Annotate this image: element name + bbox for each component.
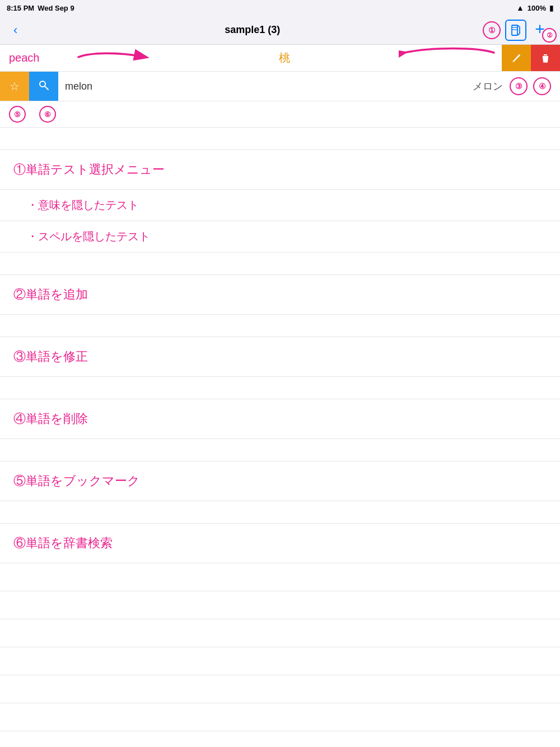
section-1-title: ①単語テスト選択メニュー [13, 162, 165, 176]
search-button[interactable] [29, 72, 58, 101]
spacer-3 [0, 315, 560, 337]
spacer-1 [0, 128, 560, 150]
content-area: ①単語テスト選択メニュー ・意味を隠したテスト ・スペルを隠したテスト ②単語を… [0, 128, 560, 731]
star-icon: ☆ [10, 80, 20, 93]
battery-icon: ▮ [549, 4, 553, 12]
sub-item-1-2[interactable]: ・スペルを隠したテスト [0, 221, 560, 253]
nav-bar: ‹ sample1 (3) ① + ② [0, 16, 560, 45]
section-6-title: ⑥単語を辞書検索 [13, 536, 113, 550]
section-4-title: ④単語を削除 [13, 412, 88, 426]
empty-6 [0, 703, 560, 731]
sub-item-1-2-text: ・スペルを隠したテスト [27, 230, 150, 242]
melon-word-row: ☆ melon メロン ③ ④ [0, 72, 560, 101]
book-button[interactable] [505, 20, 526, 41]
circle-4-badge: ④ [533, 77, 551, 95]
peach-word-row: peach 桃 [0, 45, 560, 72]
circle-6-badge: ⑥ [39, 106, 56, 123]
svg-rect-0 [512, 25, 517, 35]
status-bar: 8:15 PM Wed Sep 9 ▲ 100% ▮ [0, 0, 560, 16]
status-time: 8:15 PM [7, 4, 34, 12]
status-right: ▲ 100% ▮ [516, 3, 553, 12]
section-4-row[interactable]: ④単語を削除 [0, 399, 560, 439]
back-button[interactable]: ‹ [9, 23, 22, 38]
battery-percent: 100% [528, 4, 546, 12]
section-2-title: ②単語を追加 [13, 287, 88, 301]
status-date: Wed Sep 9 [38, 4, 74, 12]
empty-4 [0, 647, 560, 675]
sub-item-1-1[interactable]: ・意味を隠したテスト [0, 190, 560, 221]
circle-1-badge: ① [483, 21, 501, 39]
nav-right: ① + ② [483, 20, 551, 41]
spacer-4 [0, 377, 560, 399]
melon-japanese: メロン [466, 80, 510, 93]
section-2-row[interactable]: ②単語を追加 [0, 275, 560, 315]
empty-1 [0, 563, 560, 591]
section-1-row[interactable]: ①単語テスト選択メニュー [0, 150, 560, 190]
star-button[interactable]: ☆ [0, 72, 29, 101]
nav-title: sample1 (3) [225, 24, 280, 36]
melon-english: melon [58, 81, 466, 92]
empty-2 [0, 591, 560, 619]
circle-5-badge: ⑤ [9, 106, 26, 123]
section-6-row[interactable]: ⑥単語を辞書検索 [0, 524, 560, 563]
spacer-6 [0, 501, 560, 524]
circle-labels-row: ⑤ ⑥ [0, 101, 560, 128]
search-icon [38, 80, 49, 94]
section-3-row[interactable]: ③単語を修正 [0, 337, 560, 377]
edit-button[interactable] [502, 45, 531, 71]
peach-japanese: 桃 [76, 50, 493, 66]
wifi-icon: ▲ [516, 3, 524, 12]
status-left: 8:15 PM Wed Sep 9 [7, 4, 74, 12]
section-5-row[interactable]: ⑤単語をブックマーク [0, 461, 560, 501]
delete-button[interactable] [531, 45, 560, 71]
sub-item-1-1-text: ・意味を隠したテスト [27, 199, 139, 211]
circle-3-badge: ③ [510, 77, 528, 95]
circle-2-badge: ② [542, 28, 557, 43]
spacer-5 [0, 439, 560, 461]
peach-english: peach [9, 52, 76, 64]
row-circles: ③ ④ [510, 77, 560, 95]
section-5-title: ⑤単語をブックマーク [13, 474, 140, 488]
svg-line-12 [45, 86, 48, 90]
word-actions [502, 45, 560, 71]
empty-5 [0, 675, 560, 703]
empty-3 [0, 619, 560, 647]
section-3-title: ③単語を修正 [13, 349, 88, 363]
spacer-2 [0, 253, 560, 275]
